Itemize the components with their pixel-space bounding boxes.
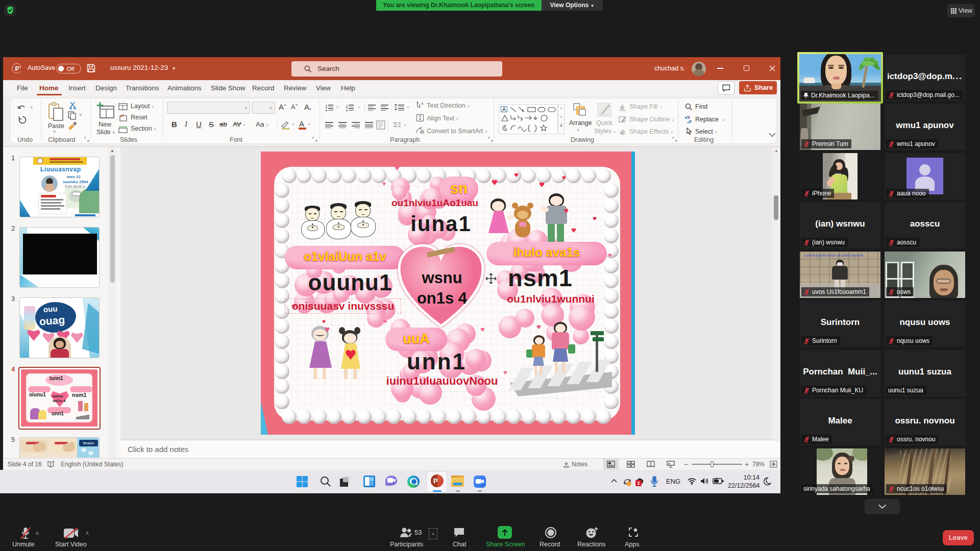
- svg-text:c: c: [689, 119, 691, 124]
- svg-text:A: A: [421, 101, 424, 106]
